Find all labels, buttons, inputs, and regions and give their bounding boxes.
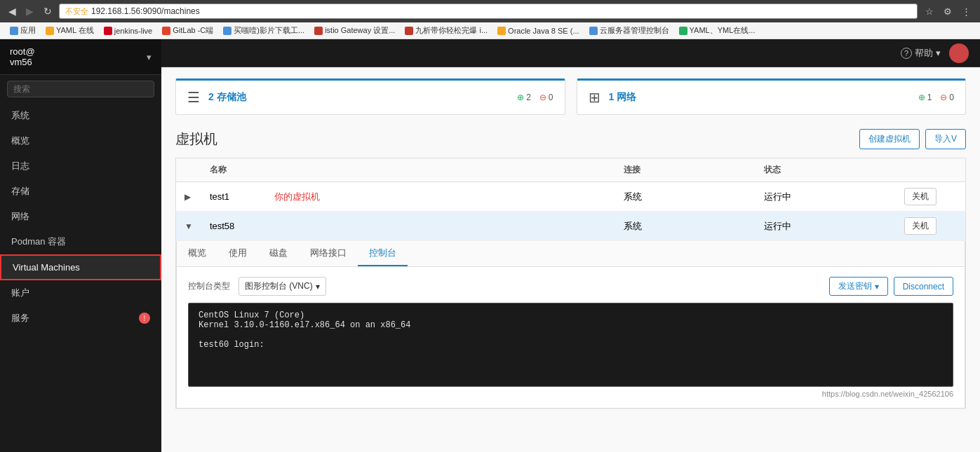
vm-action-cell: 关机	[896, 182, 966, 212]
sidebar-item-logs[interactable]: 日志	[0, 153, 161, 179]
expand-test1-button[interactable]: ▶	[184, 192, 191, 202]
sidebar-item-system[interactable]: 系统	[0, 103, 161, 128]
net-up-icon: ⊕	[918, 93, 925, 102]
console-output[interactable]: CentOS Linux 7 (Core) Kernel 3.10.0-1160…	[188, 303, 953, 387]
collapse-test58-button[interactable]: ▼	[184, 221, 193, 231]
sidebar-item-label: Podman 容器	[11, 235, 66, 248]
sidebar-item-label: 网络	[11, 210, 29, 223]
bookmark-apps[interactable]: 应用	[6, 25, 40, 36]
console-line-1: CentOS Linux 7 (Core)	[199, 310, 943, 320]
down-icon: ⊖	[539, 93, 546, 102]
sidebar-item-network[interactable]: 网络	[0, 204, 161, 229]
console-line-2: Kernel 3.10.0-1160.el7.x86_64 on an x86_…	[199, 320, 943, 330]
shutdown-test58-button[interactable]: 关机	[904, 217, 937, 235]
disconnect-button[interactable]: Disconnect	[894, 277, 953, 296]
sidebar: root@ vm56 ▾ 系统 概览 日志 存储 网络 Podman 容器	[0, 39, 161, 452]
help-menu[interactable]: ? 帮助 ▾	[901, 47, 941, 60]
tab-usage[interactable]: 使用	[217, 241, 258, 266]
help-icon: ?	[901, 48, 912, 59]
bookmark-cloud[interactable]: 云服务器管理控制台	[585, 25, 673, 36]
refresh-button[interactable]: ↻	[41, 4, 55, 18]
yaml-icon	[46, 27, 54, 35]
extensions-button[interactable]: ⚙	[940, 5, 955, 18]
apps-grid-icon	[10, 27, 18, 35]
bookmarks-bar: 应用 YAML 在线 jenkins-live GitLab -C端 买嗤噎)影…	[0, 22, 980, 39]
vm-section: 虚拟机 创建虚拟机 导入V 名称 连接 状态	[161, 129, 980, 423]
sidebar-item-overview[interactable]: 概览	[0, 128, 161, 153]
user-avatar[interactable]	[949, 43, 969, 63]
gitlab-icon	[162, 27, 170, 35]
tab-disk[interactable]: 磁盘	[258, 241, 299, 266]
bookmark-oracle[interactable]: Oracle Java 8 SE (...	[493, 26, 583, 36]
sidebar-item-label: 存储	[11, 185, 29, 198]
console-panel: 控制台类型 图形控制台 (VNC) ▾ 发送密钥	[177, 267, 965, 408]
vm-action-cell-test58: 关机	[896, 212, 966, 241]
col-connection: 连接	[615, 158, 756, 182]
send-key-button[interactable]: 发送密钥 ▾	[829, 277, 888, 296]
bookmark-istio[interactable]: istio Gateway 设置...	[310, 25, 399, 36]
vm-annotation: 你的虚拟机	[274, 191, 320, 202]
console-type-select[interactable]: 图形控制台 (VNC) ▾	[239, 277, 326, 296]
storage-pools-title: 2 存储池	[208, 91, 246, 104]
bookmark-gitlab[interactable]: GitLab -C端	[158, 25, 217, 36]
sidebar-item-label: 系统	[11, 109, 29, 122]
tab-overview[interactable]: 概览	[177, 241, 217, 266]
send-key-chevron-icon: ▾	[875, 282, 879, 292]
video-icon	[223, 27, 231, 35]
console-line-3	[199, 330, 943, 340]
storage-stat-up: ⊕ 2	[517, 93, 531, 102]
bookmark-k8s[interactable]: 九析带你轻松完爆 i...	[401, 25, 492, 36]
col-status: 状态	[756, 158, 896, 182]
sidebar-item-virtual-machines[interactable]: ➤ Virtual Machines	[0, 254, 161, 280]
vm-status-cell: 运行中	[756, 182, 896, 212]
table-row: ▶ test1 你的虚拟机 系统 运行中 关机	[176, 182, 966, 212]
page-title: 虚拟机	[175, 130, 217, 149]
storage-pools-card[interactable]: ☰ 2 存储池 ⊕ 2 ⊖ 0	[175, 78, 565, 115]
expand-cell-test58: ▼	[176, 212, 201, 241]
networks-card[interactable]: ⊞ 1 网络 ⊕ 1 ⊖ 0	[577, 78, 967, 115]
create-vm-button[interactable]: 创建虚拟机	[859, 129, 920, 149]
storage-stat-down-val: 0	[549, 93, 553, 102]
sidebar-item-label: Virtual Machines	[13, 262, 80, 273]
tab-network-interface[interactable]: 网络接口	[299, 241, 358, 266]
sidebar-item-services[interactable]: 服务 !	[0, 306, 161, 331]
vm-name-cell: test1 你的虚拟机	[201, 182, 615, 212]
col-expand	[176, 158, 201, 182]
menu-button[interactable]: ⋮	[958, 5, 974, 18]
top-bar: ? 帮助 ▾	[161, 39, 980, 67]
send-key-label: 发送密钥	[838, 280, 872, 292]
vm-table: 名称 连接 状态 ▶ test1	[175, 158, 966, 409]
col-actions	[896, 158, 966, 182]
vm-detail-tabs: 概览 使用 磁盘 网络接口 控制台	[177, 241, 965, 267]
bookmark-video[interactable]: 买嗤噎)影片下载工...	[219, 25, 309, 36]
sidebar-item-accounts[interactable]: 账户	[0, 280, 161, 306]
shutdown-test1-button[interactable]: 关机	[904, 188, 937, 205]
sidebar-hostname: vm56	[10, 57, 35, 67]
bookmark-yaml[interactable]: YAML 在线	[41, 25, 98, 36]
console-line-4: test60 login:	[199, 340, 943, 350]
search-input[interactable]	[7, 81, 154, 97]
help-chevron-icon: ▾	[936, 48, 941, 58]
forward-button[interactable]: ▶	[23, 4, 36, 18]
console-type-value: 图形控制台 (VNC)	[245, 280, 313, 292]
sidebar-item-storage[interactable]: 存储	[0, 179, 161, 204]
network-stats: ⊕ 1 ⊖ 0	[918, 93, 954, 102]
back-button[interactable]: ◀	[6, 4, 19, 18]
bookmark-button[interactable]: ☆	[922, 5, 937, 18]
vm-status-cell-test58: 运行中	[756, 212, 896, 241]
content-area: ☰ 2 存储池 ⊕ 2 ⊖ 0 ⊞ 1 网络	[161, 67, 980, 452]
network-stat-down-val: 0	[949, 93, 954, 102]
sidebar-item-podman[interactable]: Podman 容器	[0, 229, 161, 254]
up-icon: ⊕	[517, 93, 524, 102]
sidebar-expand-icon[interactable]: ▾	[147, 52, 152, 62]
import-vm-button[interactable]: 导入V	[925, 129, 966, 149]
storage-stat-down: ⊖ 0	[539, 93, 553, 102]
sidebar-username-root: root@	[10, 46, 35, 57]
bookmark-jenkins[interactable]: jenkins-live	[100, 26, 156, 36]
tab-console[interactable]: 控制台	[358, 241, 408, 266]
bookmark-yaml2[interactable]: YAML、YML在线...	[675, 25, 760, 36]
url-bar[interactable]: 不安全 192.168.1.56:9090/machines	[59, 4, 918, 19]
browser-actions: ☆ ⚙ ⋮	[922, 5, 974, 18]
sidebar-item-label: 日志	[11, 160, 29, 172]
summary-cards: ☰ 2 存储池 ⊕ 2 ⊖ 0 ⊞ 1 网络	[161, 67, 980, 126]
